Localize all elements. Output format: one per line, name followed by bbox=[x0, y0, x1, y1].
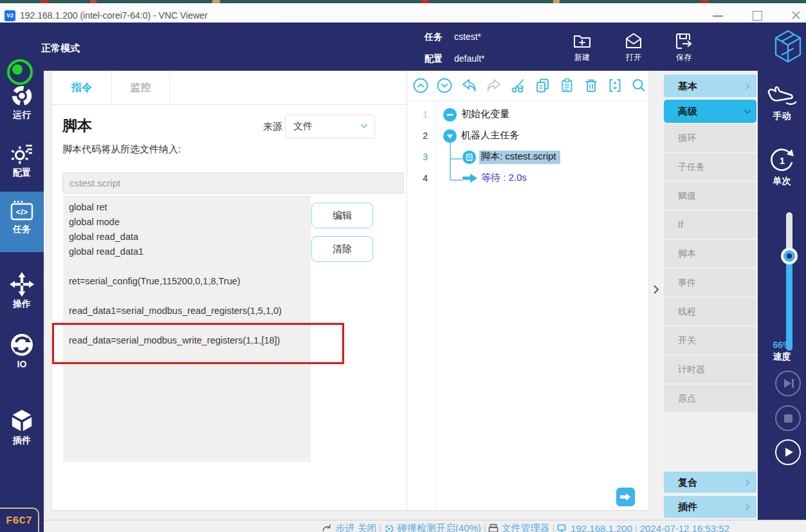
maximize-button[interactable] bbox=[753, 11, 762, 21]
sidebar-item-config[interactable]: 配置 bbox=[0, 142, 44, 179]
page-title: 脚本 bbox=[62, 116, 92, 136]
brand-logo-icon bbox=[774, 30, 802, 63]
titlebar[interactable]: V2 192.168.1.200 (intel-corei7-64:0) - V… bbox=[0, 3, 806, 23]
palette-group-plugin[interactable]: 插件 bbox=[664, 496, 756, 518]
save-icon bbox=[673, 30, 695, 52]
sidebar-item-io[interactable]: IO bbox=[0, 332, 44, 369]
status-bar: 步进 关闭 | 碰撞检测开启(40%) | 文件管理器 | 192.168.1.… bbox=[44, 520, 806, 532]
palette-item-assign[interactable]: 赋值 bbox=[664, 182, 756, 210]
status-step[interactable]: 步进 关闭 bbox=[335, 522, 376, 532]
code-line: global read_data bbox=[69, 230, 311, 244]
sidebar-item-plugin[interactable]: 插件 bbox=[0, 408, 44, 446]
tab-instruction[interactable]: 指令 bbox=[52, 71, 112, 104]
row-number: 3 bbox=[407, 152, 428, 162]
config-icon bbox=[10, 142, 34, 166]
code-line: global ret bbox=[69, 200, 311, 215]
panel-collapse-strip[interactable] bbox=[648, 71, 664, 510]
speed-slider-fill bbox=[786, 256, 792, 351]
single-run-icon[interactable]: 1 bbox=[769, 147, 796, 174]
row-number: 2 bbox=[407, 131, 428, 141]
palette-group-advanced[interactable]: 高级 bbox=[664, 100, 756, 123]
chevron-right-icon bbox=[745, 82, 750, 90]
code-line bbox=[69, 259, 311, 274]
new-icon bbox=[571, 30, 593, 52]
open-icon bbox=[623, 30, 645, 52]
annotation-highlight-box bbox=[52, 323, 344, 364]
source-dropdown[interactable]: 文件 bbox=[285, 115, 375, 138]
network-monitor-icon bbox=[557, 524, 568, 532]
step-forward-button[interactable] bbox=[775, 371, 801, 396]
status-collision[interactable]: 碰撞检测开启(40%) bbox=[398, 522, 481, 532]
delete-icon[interactable] bbox=[583, 77, 600, 94]
paste-icon[interactable] bbox=[558, 77, 576, 94]
collapse-all-icon[interactable] bbox=[412, 77, 429, 94]
collapsed-node-icon[interactable] bbox=[443, 108, 457, 122]
clear-button[interactable]: 清除 bbox=[311, 236, 373, 262]
vnc-app-icon: V2 bbox=[5, 10, 15, 21]
manual-mode-label[interactable]: 手动 bbox=[758, 111, 806, 122]
palette-group-composite[interactable]: 复合 bbox=[664, 472, 756, 493]
code-line: global read_data1 bbox=[69, 244, 311, 259]
play-button[interactable] bbox=[775, 439, 801, 465]
palette-item-loop[interactable]: 循环 bbox=[664, 124, 756, 152]
copy-icon[interactable] bbox=[534, 77, 551, 94]
edit-button[interactable]: 编辑 bbox=[311, 203, 373, 228]
sidebar-item-task[interactable]: </> 任务 bbox=[0, 199, 44, 235]
chevron-down-icon bbox=[360, 124, 368, 129]
status-items: 步进 关闭 | 碰撞检测开启(40%) | 文件管理器 | 192.168.1.… bbox=[322, 522, 729, 532]
hand-icon[interactable] bbox=[767, 85, 798, 108]
save-task-button[interactable]: 保存 bbox=[673, 30, 703, 63]
tree-row-init-vars[interactable]: 1 初始化变量 bbox=[407, 104, 649, 125]
new-task-button[interactable]: 新建 bbox=[571, 30, 601, 63]
single-run-label[interactable]: 单次 bbox=[758, 176, 806, 187]
expand-all-icon[interactable] bbox=[436, 77, 453, 94]
open-task-label: 打开 bbox=[614, 52, 653, 63]
tab-monitor[interactable]: 监控 bbox=[112, 71, 170, 104]
panel-bottom-border bbox=[51, 510, 648, 511]
palette-item-if[interactable]: If bbox=[664, 211, 756, 239]
sidebar-item-operate[interactable]: 操作 bbox=[0, 271, 44, 310]
tree-row-main-task[interactable]: 2 机器人主任务 bbox=[407, 125, 649, 146]
palette-item-event[interactable]: 事件 bbox=[664, 269, 756, 297]
instruction-panel: 指令 监控 脚本 来源 文件 脚本代码将从所选文件纳入: cstest.scri… bbox=[51, 71, 407, 510]
chevron-right-icon bbox=[745, 479, 750, 486]
config-value: default* bbox=[454, 53, 484, 64]
arrow-right-icon bbox=[620, 492, 631, 502]
stop-icon bbox=[784, 414, 792, 423]
redo-icon[interactable] bbox=[485, 77, 503, 94]
speed-slider-knob[interactable] bbox=[781, 248, 798, 264]
open-task-button[interactable]: 打开 bbox=[623, 30, 653, 63]
search-icon[interactable] bbox=[630, 77, 647, 94]
tree-row-script[interactable]: 3 脚本: cstest.script bbox=[407, 147, 649, 167]
palette-item-thread[interactable]: 线程 bbox=[664, 298, 756, 326]
tree-row-wait[interactable]: 4 等待 : 2.0s bbox=[407, 168, 649, 188]
stop-button[interactable] bbox=[775, 405, 801, 431]
next-step-button[interactable] bbox=[616, 488, 635, 506]
palette-item-timer[interactable]: 计时器 bbox=[664, 356, 756, 383]
minimize-button[interactable] bbox=[713, 15, 723, 17]
palette-item-origin[interactable]: 原点 bbox=[664, 385, 756, 412]
sidebar-item-run[interactable]: 运行 bbox=[0, 84, 44, 121]
row-number: 1 bbox=[407, 109, 428, 120]
save-task-label: 保存 bbox=[664, 52, 703, 63]
undo-icon[interactable] bbox=[460, 77, 478, 94]
play-icon bbox=[785, 447, 794, 457]
speed-label: 速度 bbox=[758, 351, 806, 363]
status-ip-address: 192.168.1.200 bbox=[571, 523, 632, 532]
script-file-field[interactable]: cstest.script bbox=[62, 172, 404, 194]
close-button[interactable] bbox=[791, 10, 801, 20]
window-title: 192.168.1.200 (intel-corei7-64:0) - VNC … bbox=[20, 10, 208, 21]
palette-group-basic[interactable]: 基本 bbox=[664, 75, 756, 97]
palette-item-script[interactable]: 脚本 bbox=[664, 240, 756, 268]
mode-label: 正常模式 bbox=[41, 42, 80, 55]
cut-icon[interactable] bbox=[510, 77, 527, 94]
palette-item-subtask[interactable]: 子任务 bbox=[664, 153, 756, 181]
fold-icon[interactable] bbox=[607, 77, 623, 94]
speed-percent: 66% bbox=[758, 340, 806, 350]
expanded-node-icon[interactable] bbox=[443, 129, 457, 143]
step-mode-icon bbox=[322, 524, 333, 532]
palette-item-switch[interactable]: 开关 bbox=[664, 327, 756, 354]
io-icon bbox=[9, 332, 35, 358]
script-node-icon[interactable] bbox=[463, 151, 476, 164]
status-file-manager[interactable]: 文件管理器 bbox=[501, 522, 549, 532]
